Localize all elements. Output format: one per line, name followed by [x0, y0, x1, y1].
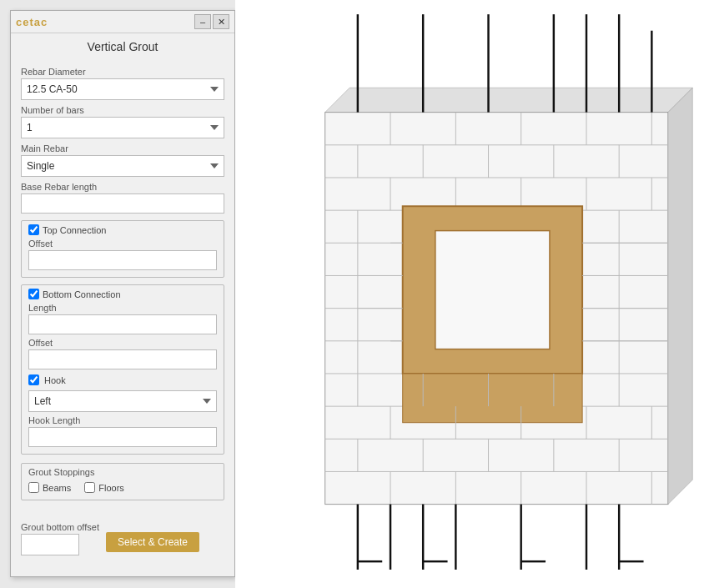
window-title: Vertical Grout: [11, 33, 234, 58]
minimize-button[interactable]: –: [194, 14, 211, 29]
visualization-area: [235, 0, 704, 588]
beams-label: Beams: [43, 483, 71, 493]
wall-visualization: [235, 0, 704, 588]
hook-label: Hook: [44, 375, 66, 385]
floors-checkbox-item: Floors: [84, 482, 124, 493]
bottom-offset-input[interactable]: 47: [28, 349, 217, 369]
hook-row: Hook: [28, 374, 217, 385]
bottom-row: Grout bottom offset 1 Select & Create: [11, 517, 234, 555]
grout-stoppings-title: Grout Stoppings: [28, 467, 217, 477]
bottom-connection-legend-label: Bottom Connection: [43, 289, 121, 299]
svg-marker-3: [668, 88, 692, 504]
base-rebar-length-input[interactable]: 140: [21, 193, 224, 214]
grout-bottom-offset-input[interactable]: 1: [21, 534, 79, 555]
hook-length-label: Hook Length: [28, 415, 217, 425]
bottom-connection-legend: Bottom Connection: [28, 289, 217, 299]
grout-stoppings-group: Grout Stoppings Beams Floors: [21, 463, 224, 500]
top-offset-label: Offset: [28, 239, 217, 249]
grout-bottom-offset-group: Grout bottom offset 1: [21, 517, 99, 555]
hook-direction-select[interactable]: Left Right: [28, 390, 217, 412]
rebar-diameter-label: Rebar Diameter: [21, 67, 224, 77]
top-connection-legend: Top Connection: [28, 224, 217, 235]
title-bar: cetac – ✕: [11, 11, 234, 33]
app-logo: cetac: [16, 16, 48, 28]
svg-rect-37: [403, 374, 582, 423]
hook-length-input[interactable]: 20: [28, 427, 217, 447]
main-rebar-label: Main Rebar: [21, 143, 224, 153]
panel-body: Rebar Diameter 12.5 CA-50 Number of bars…: [11, 58, 234, 509]
close-button[interactable]: ✕: [213, 14, 229, 29]
num-bars-select[interactable]: 1: [21, 117, 224, 138]
svg-rect-36: [435, 231, 550, 349]
beams-checkbox-item: Beams: [28, 482, 71, 493]
window-controls: – ✕: [194, 14, 229, 29]
floors-checkbox[interactable]: [84, 482, 95, 493]
main-window: cetac – ✕ Vertical Grout Rebar Diameter …: [10, 10, 235, 577]
main-rebar-select[interactable]: Single: [21, 155, 224, 177]
select-create-button[interactable]: Select & Create: [106, 532, 199, 552]
base-rebar-length-label: Base Rebar length: [21, 182, 224, 192]
top-connection-checkbox[interactable]: [28, 224, 39, 235]
bottom-offset-label: Offset: [28, 338, 217, 348]
num-bars-label: Number of bars: [21, 105, 224, 115]
rebar-diameter-select[interactable]: 12.5 CA-50: [21, 78, 224, 100]
top-offset-input[interactable]: 60: [28, 250, 217, 270]
grout-stoppings-checkboxes: Beams Floors: [28, 482, 217, 493]
beams-checkbox[interactable]: [28, 482, 39, 493]
bottom-length-label: Length: [28, 303, 217, 313]
bottom-connection-checkbox[interactable]: [28, 289, 39, 299]
grout-bottom-offset-label: Grout bottom offset: [21, 522, 99, 532]
top-connection-group: Top Connection Offset 60: [21, 220, 224, 278]
hook-checkbox[interactable]: [28, 374, 39, 385]
bottom-length-input[interactable]: 50: [28, 314, 217, 334]
svg-marker-1: [325, 88, 693, 112]
bottom-connection-group: Bottom Connection Length 50 Offset 47 Ho…: [21, 284, 224, 455]
top-connection-legend-label: Top Connection: [43, 225, 106, 235]
floors-label: Floors: [98, 483, 124, 493]
